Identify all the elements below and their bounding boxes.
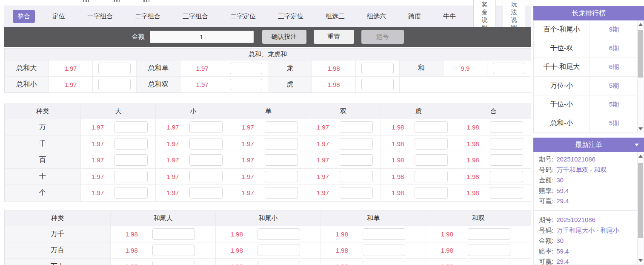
bet-input-dragon[interactable] xyxy=(361,63,394,74)
bet-input[interactable] xyxy=(152,228,195,240)
reset-button[interactable]: 重置 xyxy=(314,30,354,44)
bet-input[interactable] xyxy=(265,187,298,199)
ranking-row[interactable]: 百个-和尾小 9期 xyxy=(534,20,638,39)
bet-input[interactable] xyxy=(490,121,523,133)
bet-input-tie[interactable] xyxy=(493,63,525,74)
bet-input[interactable] xyxy=(468,261,510,265)
ranking-row[interactable]: 万位-小 5期 xyxy=(534,77,638,95)
bet-input[interactable] xyxy=(363,261,405,265)
bet-input[interactable] xyxy=(258,261,300,265)
bet-input-sum-small[interactable] xyxy=(98,79,131,90)
column-header: 种类 xyxy=(5,104,80,119)
tab-kuadu[interactable]: 跨度 xyxy=(404,10,426,23)
bet-input[interactable] xyxy=(258,245,300,256)
bets-scrollbar[interactable] xyxy=(637,152,644,265)
bet-input[interactable] xyxy=(340,138,373,150)
bet-input[interactable] xyxy=(490,154,523,166)
bet-input[interactable] xyxy=(189,121,223,133)
bet-input[interactable] xyxy=(152,245,195,256)
ranking-row[interactable]: 总和-小 5期 xyxy=(534,114,638,133)
clipped-header-text xyxy=(143,0,149,2)
bet-input[interactable] xyxy=(415,121,448,133)
odds-value: 1.97 xyxy=(180,76,224,92)
empty-cell xyxy=(399,76,531,92)
bet-input[interactable] xyxy=(265,154,298,166)
bet-input[interactable] xyxy=(340,171,373,182)
bet-input[interactable] xyxy=(152,261,195,265)
tab-sanzi-dingwei[interactable]: 三字定位 xyxy=(273,10,308,23)
bet-input[interactable] xyxy=(468,228,510,240)
scroll-down-icon[interactable] xyxy=(638,259,643,262)
bet-input[interactable] xyxy=(114,171,148,182)
confirm-bet-button[interactable]: 确认投注 xyxy=(262,30,306,44)
scroll-up-icon[interactable] xyxy=(638,155,643,158)
bet-input[interactable] xyxy=(363,228,405,240)
tab-erzi-dingwei[interactable]: 二字定位 xyxy=(226,10,260,23)
tab-yizi-zuhe[interactable]: 一字组合 xyxy=(83,10,117,23)
tab-niuniu[interactable]: 牛牛 xyxy=(438,10,461,23)
number-value: 万千和尾大小 - 和尾小 xyxy=(556,227,619,234)
ranking-row[interactable]: 千位-小 5期 xyxy=(534,95,638,114)
bet-input[interactable] xyxy=(415,171,448,182)
odds-value: 1.98 xyxy=(312,76,355,92)
scroll-up-icon[interactable] xyxy=(638,23,643,26)
scrollbar-thumb[interactable] xyxy=(638,163,643,238)
dragon-ranking-panel: 长龙排行榜 百个-和尾小 9期 千位-双 6期 千十-和尾大 6期 万位-小 5… xyxy=(533,6,644,133)
bet-input[interactable] xyxy=(415,138,448,150)
dragon-scrollbar[interactable] xyxy=(637,20,644,133)
bet-input[interactable] xyxy=(363,245,405,256)
bet-input-sum-even[interactable] xyxy=(230,79,262,90)
odds-value: 1.98 xyxy=(456,124,490,131)
bet-input[interactable] xyxy=(490,171,523,182)
tab-zhenghe[interactable]: 整合 xyxy=(13,10,35,23)
amount-label: 金额 xyxy=(132,33,145,41)
row-label: 万 xyxy=(5,119,80,135)
ranking-periods: 9期 xyxy=(590,20,638,39)
bet-input[interactable] xyxy=(265,121,298,133)
tab-zuxuan3[interactable]: 组选三 xyxy=(321,10,349,23)
bet-input[interactable] xyxy=(415,154,448,166)
scroll-down-icon[interactable] xyxy=(638,127,643,130)
field-label: 期号: xyxy=(539,216,553,223)
amount-value: 30 xyxy=(556,176,564,184)
bet-input[interactable] xyxy=(189,154,223,166)
bet-input[interactable] xyxy=(258,228,300,240)
tab-dingwei[interactable]: 定位 xyxy=(48,10,70,23)
bet-input[interactable] xyxy=(340,154,373,166)
bet-entry: 期号:20251021086 号码:万千和尾大小 - 和尾小 金额:30 赔率:… xyxy=(534,210,644,265)
bet-input[interactable] xyxy=(490,138,523,150)
bet-input[interactable] xyxy=(265,171,298,182)
bet-input[interactable] xyxy=(490,187,523,199)
tab-erzi-zuhe[interactable]: 二字组合 xyxy=(130,10,165,23)
bet-input[interactable] xyxy=(114,138,148,150)
bet-input[interactable] xyxy=(189,171,223,182)
bet-input[interactable] xyxy=(340,121,373,133)
play-mode-tabbar: 整合 定位 一字组合 二字组合 三字组合 二字定位 三字定位 组选三 组选六 跨… xyxy=(4,6,531,27)
chase-number-button[interactable]: 追号 xyxy=(361,30,404,44)
column-header: 和单 xyxy=(321,211,426,226)
bet-input[interactable] xyxy=(415,187,448,199)
bet-input[interactable] xyxy=(114,187,148,199)
latest-bets-panel: 最新注单 期号:20251021086 号码:万千和单双 - 和双 金额:30 … xyxy=(533,138,644,265)
bet-input[interactable] xyxy=(114,121,148,133)
ranking-row[interactable]: 千十-和尾大 6期 xyxy=(534,58,638,77)
odds-value: 1.97 xyxy=(231,189,265,196)
bet-input[interactable] xyxy=(265,138,298,150)
collapse-caret-icon[interactable] xyxy=(635,144,639,146)
bet-input[interactable] xyxy=(189,138,223,150)
bet-input[interactable] xyxy=(468,245,510,256)
bet-input[interactable] xyxy=(189,187,223,199)
bet-input[interactable] xyxy=(340,187,373,199)
bet-amount-input[interactable] xyxy=(150,31,254,43)
tab-sanzi-zuhe[interactable]: 三字组合 xyxy=(178,10,213,23)
scrollbar-thumb[interactable] xyxy=(638,30,643,78)
amount-value: 30 xyxy=(556,237,564,244)
bet-input[interactable] xyxy=(114,154,148,166)
bet-input-sum-odd[interactable] xyxy=(230,63,262,74)
number-value: 万千和单双 - 和双 xyxy=(556,166,607,173)
odds-value: 1.98 xyxy=(456,189,490,196)
bet-input-tiger[interactable] xyxy=(361,79,394,90)
bet-input-sum-big[interactable] xyxy=(98,63,131,74)
ranking-row[interactable]: 千位-双 6期 xyxy=(534,39,638,58)
tab-zuxuan6[interactable]: 组选六 xyxy=(362,10,391,23)
